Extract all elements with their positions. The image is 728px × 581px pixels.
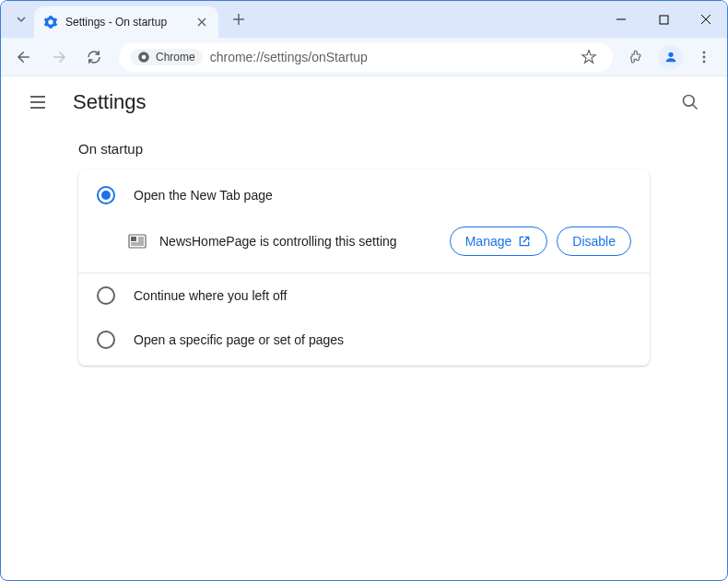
disable-button[interactable]: Disable (557, 227, 631, 256)
search-settings-button[interactable] (672, 84, 709, 121)
radio-specific[interactable] (97, 331, 115, 349)
extension-icon (128, 232, 147, 250)
disable-label: Disable (572, 234, 616, 249)
tab-search-dropdown[interactable] (8, 6, 34, 32)
gear-icon (43, 15, 58, 29)
dots-vertical-icon (697, 50, 711, 64)
back-button[interactable] (8, 41, 40, 73)
extension-notice-text: NewsHomePage is controlling this setting (159, 234, 437, 249)
forward-button[interactable] (43, 41, 75, 73)
extensions-button[interactable] (622, 41, 653, 73)
svg-point-6 (703, 60, 706, 63)
startup-card: Open the New Tab page NewsHomePage is co… (78, 169, 650, 366)
radio-continue[interactable] (97, 286, 115, 305)
svg-rect-9 (131, 237, 136, 241)
maximize-icon (659, 15, 669, 25)
search-icon (681, 93, 699, 111)
newspaper-icon (128, 232, 147, 250)
close-window-button[interactable] (685, 1, 727, 38)
bookmark-button[interactable] (576, 44, 602, 70)
svg-point-4 (703, 51, 706, 53)
option-continue[interactable]: Continue where you left off (78, 273, 650, 318)
window-controls (600, 1, 727, 38)
chevron-down-icon (16, 14, 27, 25)
settings-menu-button[interactable] (19, 84, 56, 121)
option-label: Open a specific page or set of pages (134, 332, 344, 347)
maximize-button[interactable] (642, 1, 685, 38)
manage-label: Manage (465, 234, 512, 249)
tab-title: Settings - On startup (65, 16, 187, 29)
settings-content: On startup Open the New Tab page NewsHom… (1, 128, 727, 366)
extension-notice-row: NewsHomePage is controlling this setting… (78, 217, 650, 273)
arrow-left-icon (16, 49, 32, 65)
minimize-icon (616, 14, 627, 25)
option-new-tab[interactable]: Open the New Tab page (78, 173, 650, 217)
chrome-menu-button[interactable] (688, 41, 720, 73)
open-in-new-icon (517, 234, 532, 249)
tab-close-button[interactable] (194, 15, 209, 29)
avatar (659, 45, 683, 69)
svg-point-5 (703, 55, 706, 58)
window-titlebar: Settings - On startup (1, 1, 727, 38)
browser-tab[interactable]: Settings - On startup (34, 6, 218, 38)
close-icon (700, 14, 711, 25)
chrome-chip-label: Chrome (156, 51, 195, 64)
profile-button[interactable] (655, 41, 687, 73)
chrome-icon (137, 51, 150, 64)
puzzle-icon (629, 49, 646, 65)
svg-point-2 (142, 54, 147, 59)
settings-header: Settings (1, 76, 727, 128)
person-icon (663, 50, 678, 64)
section-title: On startup (78, 141, 650, 157)
arrow-right-icon (51, 49, 67, 65)
svg-point-7 (684, 96, 695, 107)
option-specific[interactable]: Open a specific page or set of pages (78, 318, 650, 362)
url-text: chrome://settings/onStartup (210, 50, 368, 64)
manage-button[interactable]: Manage (450, 227, 548, 256)
address-bar: Chrome chrome://settings/onStartup (1, 38, 727, 76)
svg-point-3 (668, 52, 673, 56)
star-icon (581, 49, 597, 65)
reload-button[interactable] (78, 41, 110, 73)
new-tab-button[interactable] (226, 6, 252, 32)
reload-icon (86, 49, 102, 65)
plus-icon (232, 13, 245, 26)
hamburger-icon (29, 93, 47, 111)
page-title: Settings (73, 90, 147, 114)
omnibox[interactable]: Chrome chrome://settings/onStartup (119, 42, 613, 72)
minimize-button[interactable] (600, 1, 642, 38)
chrome-chip: Chrome (130, 49, 203, 65)
extension-actions: Manage Disable (450, 227, 631, 256)
option-label: Open the New Tab page (134, 188, 273, 203)
option-label: Continue where you left off (134, 288, 287, 303)
close-icon (197, 17, 206, 27)
radio-new-tab[interactable] (97, 186, 115, 204)
svg-rect-0 (660, 16, 668, 24)
